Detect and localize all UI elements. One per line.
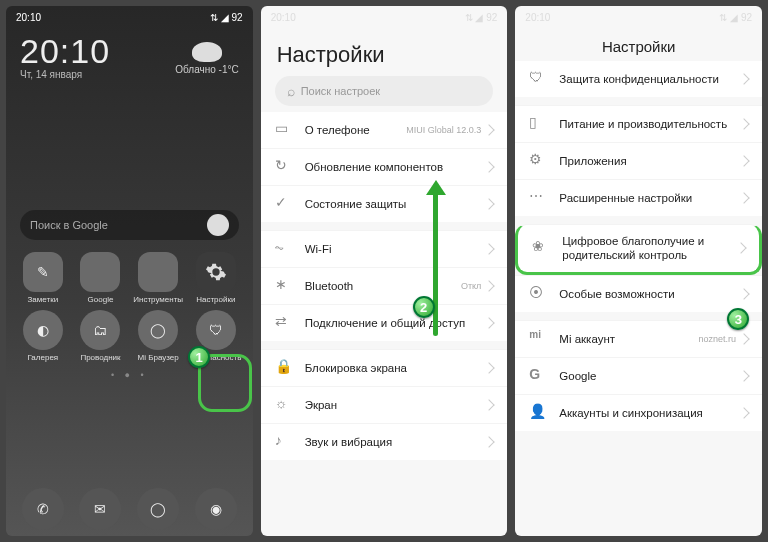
statusbar: 20:10 ⇅ ◢ 92 [261,6,508,28]
status-icons: ⇅ ◢ 92 [210,12,243,23]
status-icons: ⇅ ◢ 92 [719,12,752,23]
shield-icon: ✓ [275,195,293,213]
chevron-right-icon [738,155,749,166]
row-accessibility[interactable]: ⦿Особые возможности [515,275,762,312]
row-additional-settings[interactable]: ⋯Расширенные настройки [515,179,762,216]
sync-icon: ↻ [275,158,293,176]
dock-messages[interactable]: ✉ [79,488,121,530]
status-icons: ⇅ ◢ 92 [465,12,498,23]
row-battery[interactable]: ▯Питание и производительность [515,105,762,142]
settings-list: 🛡Защита конфиденциальности ▯Питание и пр… [515,61,762,536]
search-placeholder: Поиск в Google [30,219,108,231]
chevron-right-icon [484,436,495,447]
chevron-right-icon [484,317,495,328]
chevron-right-icon [484,161,495,172]
weather-widget[interactable]: Облачно -1°C [175,42,238,75]
step-badge-1: 1 [188,346,210,368]
phone-icon: ▭ [275,121,293,139]
search-placeholder: Поиск настроек [301,85,380,97]
row-digital-wellbeing[interactable]: ❀Цифровое благополучие и родительский ко… [515,224,762,275]
wellbeing-icon: ❀ [532,239,550,257]
statusbar: 20:10 ⇅ ◢ 92 [6,6,253,28]
chevron-right-icon [738,118,749,129]
row-component-update[interactable]: ↻Обновление компонентов [261,148,508,185]
shield-icon: 🛡 [529,70,547,88]
settings-search[interactable]: ⌕ Поиск настроек [275,76,494,106]
app-gallery[interactable]: ◐Галерея [14,310,72,362]
chevron-right-icon [484,124,495,135]
panel-home: 20:10 ⇅ ◢ 92 20:10 Чт, 14 января Облачно… [6,6,253,536]
chevron-right-icon [738,333,749,344]
google-icon: G [529,367,547,385]
sun-icon: ☼ [275,396,293,414]
row-sound[interactable]: ♪Звук и вибрация [261,423,508,460]
dock-browser[interactable]: ◯ [137,488,179,530]
row-display[interactable]: ☼Экран [261,386,508,423]
row-accounts-sync[interactable]: 👤Аккаунты и синхронизация [515,394,762,431]
panel-settings-top: 20:10 ⇅ ◢ 92 Настройки ⌕ Поиск настроек … [261,6,508,536]
app-settings[interactable]: Настройки [187,252,245,304]
mi-icon: mi [529,330,547,348]
chevron-right-icon [484,399,495,410]
speaker-icon: ♪ [275,433,293,451]
chevron-right-icon [738,192,749,203]
row-privacy[interactable]: 🛡Защита конфиденциальности [515,61,762,97]
chevron-right-icon [738,288,749,299]
row-about-phone[interactable]: ▭О телефонеMIUI Global 12.0.3 [261,112,508,148]
app-google-folder[interactable]: Google [72,252,130,304]
accessibility-icon: ⦿ [529,285,547,303]
row-mi-account[interactable]: miMi аккаунтnoznet.ru [515,320,762,357]
page-title: Настройки [515,28,762,61]
lock-icon: 🔒 [275,359,293,377]
more-icon: ⋯ [529,189,547,207]
app-mi-browser[interactable]: ◯Mi Браузер [129,310,187,362]
app-file-manager[interactable]: 🗂Проводник [72,310,130,362]
mic-icon[interactable] [207,214,229,236]
wifi-icon: ⏦ [275,240,293,258]
dock-camera[interactable]: ◉ [195,488,237,530]
row-google[interactable]: GGoogle [515,357,762,394]
chevron-right-icon [484,362,495,373]
bluetooth-icon: ∗ [275,277,293,295]
battery-icon: ▯ [529,115,547,133]
app-tools-folder[interactable]: Инструменты [129,252,187,304]
chevron-right-icon [738,370,749,381]
step-badge-2: 2 [413,296,435,318]
status-time: 20:10 [525,12,550,23]
cloud-icon [192,42,222,62]
page-title: Настройки [261,28,508,76]
google-search-bar[interactable]: Поиск в Google [20,210,239,240]
dock: ✆ ✉ ◯ ◉ [6,488,253,530]
chevron-right-icon [484,280,495,291]
gear-icon [196,252,236,292]
app-grid: ✎Заметки Google Инструменты Настройки ◐Г… [6,240,253,366]
settings-list: ▭О телефонеMIUI Global 12.0.3 ↻Обновлени… [261,112,508,536]
chevron-right-icon [484,243,495,254]
row-security-status[interactable]: ✓Состояние защиты [261,185,508,222]
row-connection-sharing[interactable]: ⇄Подключение и общий доступ [261,304,508,341]
status-time: 20:10 [16,12,41,23]
panel-settings-scrolled: 20:10 ⇅ ◢ 92 Настройки 🛡Защита конфиденц… [515,6,762,536]
row-wifi[interactable]: ⏦Wi-Fi [261,230,508,267]
status-time: 20:10 [271,12,296,23]
row-lock-screen[interactable]: 🔒Блокировка экрана [261,349,508,386]
search-icon: ⌕ [287,84,295,98]
dock-phone[interactable]: ✆ [22,488,64,530]
user-icon: 👤 [529,404,547,422]
statusbar: 20:10 ⇅ ◢ 92 [515,6,762,28]
chevron-right-icon [484,198,495,209]
share-icon: ⇄ [275,314,293,332]
app-notes[interactable]: ✎Заметки [14,252,72,304]
chevron-right-icon [738,407,749,418]
chevron-right-icon [735,243,746,254]
chevron-right-icon [738,73,749,84]
row-bluetooth[interactable]: ∗BluetoothОткл [261,267,508,304]
row-apps[interactable]: ⚙Приложения [515,142,762,179]
apps-icon: ⚙ [529,152,547,170]
